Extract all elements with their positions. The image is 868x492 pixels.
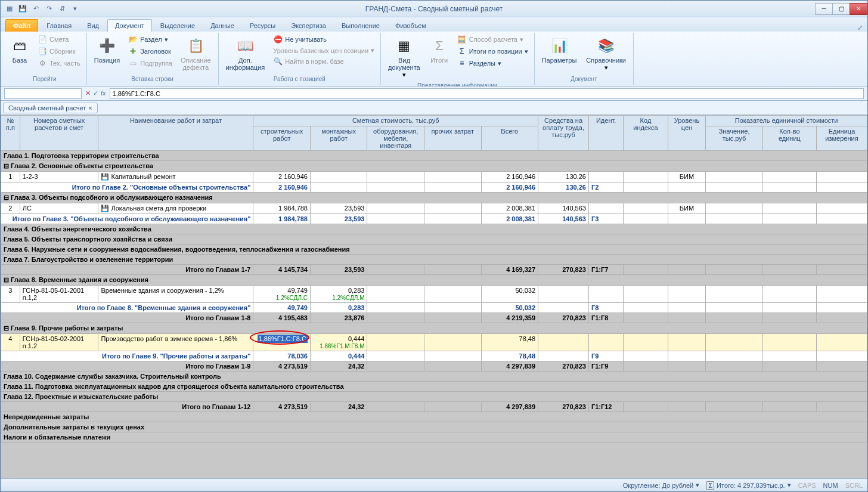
- find-button[interactable]: 🔍Найти в норм. базе: [271, 56, 377, 67]
- razdely-button[interactable]: ≡Разделы ▾: [455, 58, 531, 69]
- col-ed[interactable]: Единица измерения: [817, 126, 867, 151]
- document-tab[interactable]: Сводный сметный расчет×: [3, 103, 98, 113]
- minimize-button[interactable]: ─: [815, 3, 833, 15]
- dop-info-button[interactable]: 📖Доп. информация: [222, 34, 269, 73]
- tech-button[interactable]: ⚙Тех. часть: [35, 58, 83, 69]
- ribbon-collapse-icon[interactable]: ⤢: [857, 24, 863, 32]
- razdel-button[interactable]: 📂Раздел ▾: [126, 34, 175, 45]
- tab-data[interactable]: Данные: [203, 20, 241, 32]
- chapter-12[interactable]: Глава 12. Проектные и изыскательские раб…: [1, 392, 867, 402]
- col-nom[interactable]: Номера сметных расчетов и смет: [20, 116, 98, 151]
- fx-icon[interactable]: fx: [101, 89, 106, 97]
- base-button[interactable]: 🗃База: [7, 34, 33, 66]
- position-button[interactable]: ➕Позиция: [91, 34, 124, 66]
- goto-group-label: Перейти: [7, 75, 83, 83]
- col-idx[interactable]: № п.п: [1, 116, 20, 151]
- col-vsego[interactable]: Всего: [481, 126, 538, 151]
- noaccount-button[interactable]: ⛔Не учитывать: [271, 34, 377, 45]
- params-button[interactable]: 📊Параметры: [538, 34, 581, 66]
- col-str[interactable]: строительных работ: [253, 126, 311, 151]
- viddoc-button[interactable]: ▦Вид документа ▾: [385, 34, 424, 81]
- chapter-7[interactable]: Глава 7. Благоустройство и озеленение те…: [1, 255, 867, 265]
- itogi-icon: Σ: [430, 36, 449, 55]
- status-num: NUM: [823, 482, 838, 489]
- col-cost[interactable]: Сметная стоимость, тыс.руб: [253, 116, 538, 126]
- unpred-row[interactable]: Непредвиденные затраты: [1, 412, 867, 422]
- chapter-2[interactable]: ⊟ Глава 2. Основные объекты строительств…: [1, 161, 867, 172]
- col-ur[interactable]: Уровень цен: [668, 116, 706, 151]
- active-formula-cell: 1,86%Г1.С:Г8.С: [258, 335, 308, 343]
- subgroup-button[interactable]: ▭Подгруппа: [126, 58, 175, 69]
- calc-button[interactable]: 🧮Способ расчета ▾: [455, 34, 531, 45]
- status-caps: CAPS: [798, 482, 816, 489]
- chapter-8[interactable]: ⊟ Глава 8. Временные здания и сооружения: [1, 275, 867, 286]
- undo-icon[interactable]: ↶: [30, 4, 41, 14]
- sections-icon: ≡: [457, 58, 467, 68]
- insert-group-label: Вставка строки: [91, 75, 215, 83]
- tree-icon[interactable]: ⇵: [57, 4, 67, 14]
- tab-view[interactable]: Вид: [80, 20, 106, 32]
- header-button[interactable]: ✚Заголовок: [126, 46, 175, 57]
- col-obor[interactable]: оборудования, мебели, инвентаря: [367, 126, 424, 151]
- col-pokaz[interactable]: Показатель единичной стоимости: [706, 116, 867, 126]
- params-icon: 📊: [550, 36, 569, 55]
- chapter-1[interactable]: Глава 1. Подготовка территории строитель…: [1, 151, 867, 161]
- dop-row[interactable]: Дополнительные затраты в текущих ценах: [1, 422, 867, 432]
- col-kolvo[interactable]: Кол-во единиц: [762, 126, 816, 151]
- ribbon-tabs: Файл Главная Вид Документ Выделение Данн…: [1, 17, 867, 32]
- col-mont[interactable]: монтажных работ: [310, 126, 367, 151]
- sigma-icon: Σ: [457, 47, 467, 56]
- cell-reference-input[interactable]: [4, 88, 82, 99]
- chapter-6[interactable]: Глава 6. Наружные сети и сооружения водо…: [1, 245, 867, 255]
- subgroup-icon: ▭: [128, 58, 138, 68]
- cancel-formula-icon[interactable]: ✕: [85, 89, 91, 97]
- col-name[interactable]: Наименование работ и затрат: [98, 116, 253, 151]
- noaccount-icon: ⛔: [273, 35, 283, 44]
- chapter-3[interactable]: ⊟ Глава 3. Объекты подсобного и обслужив…: [1, 193, 867, 203]
- maximize-button[interactable]: ▢: [832, 3, 850, 15]
- smeta-button[interactable]: 📄Смета: [35, 34, 83, 45]
- col-zn[interactable]: Значение, тыс.руб: [706, 126, 763, 151]
- sbornik-button[interactable]: 📑Сборник: [35, 46, 83, 57]
- close-button[interactable]: ✕: [850, 3, 867, 15]
- qat-dropdown-icon[interactable]: ▾: [70, 4, 80, 14]
- col-ident[interactable]: Идент.: [588, 116, 623, 151]
- chapter-5[interactable]: Глава 5. Объекты транспортного хозяйства…: [1, 234, 867, 245]
- header-icon: ✚: [128, 47, 138, 56]
- app-menu-icon[interactable]: ▦: [4, 4, 15, 14]
- grid-container[interactable]: № п.п Номера сметных расчетов и смет Наи…: [1, 115, 867, 478]
- formula-input[interactable]: [110, 88, 864, 99]
- tab-selection[interactable]: Выделение: [153, 20, 202, 32]
- defect-button[interactable]: 📋Описание дефекта: [177, 34, 215, 73]
- tab-home[interactable]: Главная: [39, 20, 79, 32]
- chapter-11[interactable]: Глава 11. Подготовка эксплуатационных ка…: [1, 382, 867, 392]
- itogi-button[interactable]: ΣИтоги: [426, 34, 452, 66]
- save-icon[interactable]: 💾: [17, 4, 28, 14]
- tab-file[interactable]: Файл: [5, 19, 38, 32]
- nalog-row[interactable]: Налоги и обязательные платежи: [1, 432, 867, 443]
- tab-document[interactable]: Документ: [107, 19, 152, 32]
- itogipos-button[interactable]: ΣИтоги по позиции ▾: [455, 46, 531, 57]
- col-proch[interactable]: прочих затрат: [424, 126, 481, 151]
- tab-expertise[interactable]: Экспертиза: [284, 20, 333, 32]
- redo-icon[interactable]: ↷: [44, 4, 54, 14]
- accept-formula-icon[interactable]: ✓: [93, 89, 98, 97]
- tab-execution[interactable]: Выполнение: [334, 20, 387, 32]
- col-kod[interactable]: Код индекса: [624, 116, 668, 151]
- quick-access-toolbar: ▦ 💾 ↶ ↷ ⇵ ▾: [1, 4, 84, 14]
- tab-resources[interactable]: Ресурсы: [243, 20, 283, 32]
- col-sred[interactable]: Средства на оплату труда, тыс.руб: [538, 116, 589, 151]
- chapter-9[interactable]: ⊟ Глава 9. Прочие работы и затраты: [1, 323, 867, 334]
- level-button[interactable]: Уровень базисных цен позиции ▾: [271, 46, 377, 55]
- chapter-10[interactable]: Глава 10. Содержание службы заказчика. С…: [1, 372, 867, 382]
- sprav-button[interactable]: 📚Справочники ▾: [582, 34, 630, 74]
- tech-icon: ⚙: [38, 58, 47, 68]
- base-icon: 🗃: [10, 36, 29, 55]
- viddoc-icon: ▦: [395, 36, 414, 55]
- tab-physical[interactable]: Физобъем: [388, 20, 433, 32]
- chapter-4[interactable]: Глава 4. Объекты энергетического хозяйст…: [1, 224, 867, 234]
- formula-bar: ✕ ✓ fx: [1, 86, 867, 101]
- close-tab-icon[interactable]: ×: [88, 104, 92, 112]
- status-rounding[interactable]: Округление: До рублей ▾: [623, 481, 699, 489]
- window-title: ГРАНД-Смета - Сводный сметный расчет: [365, 5, 503, 13]
